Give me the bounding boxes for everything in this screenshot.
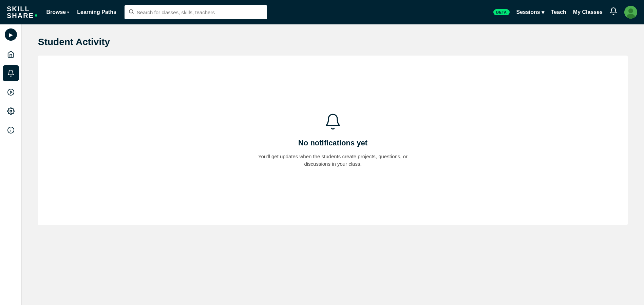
sessions-nav[interactable]: Sessions ▾ <box>516 9 544 16</box>
main-content: Student Activity No notifications yet Yo… <box>22 24 644 305</box>
page-header: Student Activity <box>22 24 644 56</box>
teach-link[interactable]: Teach <box>551 9 566 15</box>
search-input[interactable] <box>137 9 263 15</box>
search-icon <box>129 9 134 16</box>
sessions-chevron-icon: ▾ <box>542 9 544 16</box>
gear-icon <box>7 107 15 115</box>
logo[interactable]: SKILL SHARE• <box>7 5 38 19</box>
svg-point-7 <box>10 110 12 112</box>
empty-state: No notifications yet You'll get updates … <box>238 86 428 195</box>
beta-badge: BETA <box>493 9 509 15</box>
browse-label: Browse <box>46 9 66 15</box>
home-icon <box>7 50 15 58</box>
sessions-label: Sessions <box>516 9 540 15</box>
empty-bell-icon <box>324 113 342 133</box>
browse-nav[interactable]: Browse ▾ <box>46 9 69 15</box>
learning-paths-link[interactable]: Learning Paths <box>77 9 116 15</box>
sidebar: ▶ <box>0 24 22 305</box>
sidebar-item-home[interactable] <box>3 46 19 62</box>
empty-title: No notifications yet <box>298 139 367 147</box>
content-area: No notifications yet You'll get updates … <box>38 56 628 225</box>
browse-chevron-icon: ▾ <box>67 11 69 14</box>
page-layout: ▶ <box>0 24 644 305</box>
svg-point-3 <box>628 8 633 13</box>
svg-marker-6 <box>10 91 12 93</box>
notification-bell-icon[interactable] <box>609 7 618 17</box>
svg-point-5 <box>7 89 14 95</box>
play-icon <box>7 88 15 96</box>
sidebar-toggle-button[interactable]: ▶ <box>5 28 17 41</box>
main-header: SKILL SHARE• Browse ▾ Learning Paths BET… <box>0 0 644 24</box>
sidebar-item-info[interactable] <box>3 122 19 138</box>
header-right: BETA Sessions ▾ Teach My Classes <box>493 6 637 19</box>
chevron-right-icon: ▶ <box>9 32 13 38</box>
sidebar-item-play[interactable] <box>3 84 19 100</box>
page-title: Student Activity <box>38 37 628 47</box>
svg-line-1 <box>132 13 133 14</box>
info-icon <box>7 126 15 134</box>
avatar[interactable] <box>624 6 637 19</box>
bell-icon <box>7 69 15 77</box>
logo-share-text: SHARE• <box>7 12 38 19</box>
sidebar-item-notifications[interactable] <box>3 65 19 81</box>
sidebar-item-settings[interactable] <box>3 103 19 119</box>
empty-subtitle: You'll get updates when the students cre… <box>251 153 414 168</box>
logo-skill-text: SKILL <box>7 5 38 12</box>
my-classes-link[interactable]: My Classes <box>573 9 603 15</box>
search-bar <box>125 5 267 19</box>
